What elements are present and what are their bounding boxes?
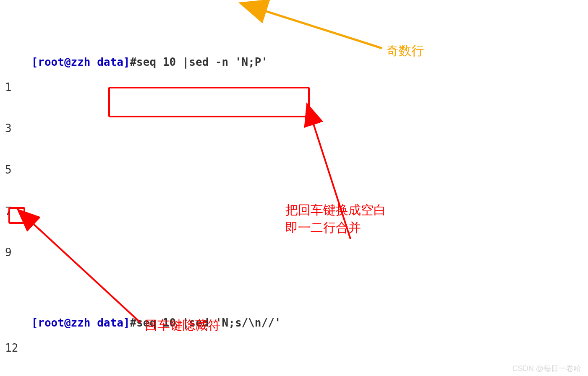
prompt-bracket-close: ] — [123, 56, 130, 68]
watermark: CSDN @每日一卷哈 — [512, 363, 581, 373]
annotation-merge-line2: 即一二行合并 — [285, 219, 361, 236]
prompt-line-1[interactable]: [root@zzh data]#seq 10 |sed -n 'N;P' — [5, 38, 281, 54]
prompt-hash: # — [130, 56, 136, 68]
prompt-dir: data — [97, 316, 123, 329]
prompt-dir: data — [97, 56, 123, 68]
out-b2-0: 12 — [5, 340, 281, 356]
prompt-line-2[interactable]: [root@zzh data]#seq 10 |sed 'N;s/\n//' — [5, 298, 281, 315]
prompt-user-host: root@zzh — [38, 56, 97, 68]
annotation-merge-line1: 把回车键换成空白 — [285, 201, 386, 219]
command-1: seq 10 |sed -n 'N;P' — [136, 56, 268, 68]
prompt-bracket-close: ] — [123, 316, 130, 329]
highlight-box-command2 — [108, 87, 310, 117]
highlight-box-dollar — [8, 207, 25, 224]
out-b1-2: 5 — [5, 162, 281, 178]
terminal-output: [root@zzh data]#seq 10 |sed -n 'N;P' 1 3… — [5, 0, 281, 376]
out-b1-1: 3 — [5, 120, 281, 137]
prompt-bracket-open: [ — [31, 316, 38, 329]
annotation-odd-rows: 奇数行 — [386, 42, 424, 60]
out-b1-3: 7 — [5, 203, 281, 220]
prompt-user-host: root@zzh — [38, 316, 97, 329]
out-b1-4: 9 — [5, 244, 281, 261]
prompt-bracket-open: [ — [31, 56, 38, 68]
annotation-cr-hidden: 回车键隐藏符 — [145, 316, 220, 334]
prompt-hash: # — [130, 316, 136, 329]
